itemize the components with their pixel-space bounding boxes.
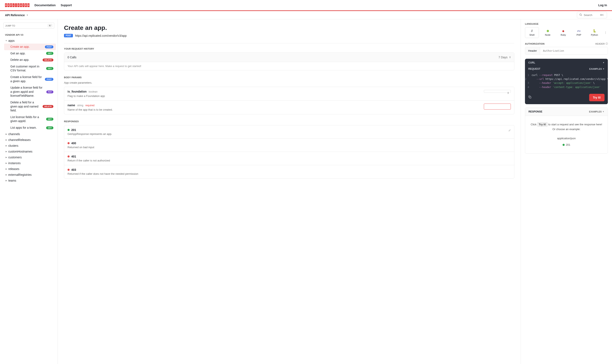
chevron-right-icon: ▶ bbox=[5, 139, 7, 141]
response-row-201[interactable]: 201 GetAppResponse represents an app. ⤢ bbox=[64, 125, 514, 139]
divider bbox=[64, 43, 514, 43]
logo[interactable]: REPLICATED bbox=[5, 3, 29, 7]
main-layout: JUMP TO ⌘/ VENDOR API V3 ▼ apps Create a… bbox=[0, 19, 612, 364]
chevron-right-icon: ▶ bbox=[5, 144, 7, 147]
sidebar-item-create-app[interactable]: Create an app. POST bbox=[4, 44, 56, 50]
curl-header[interactable]: CURL ▼ bbox=[525, 59, 608, 67]
status-dot-green bbox=[68, 129, 69, 131]
nav-support[interactable]: Support bbox=[61, 3, 72, 7]
expand-icon[interactable]: ⤢ bbox=[508, 129, 511, 132]
content-type: application/json bbox=[529, 136, 603, 141]
nav-documentation[interactable]: Documentation bbox=[34, 3, 56, 7]
updown-icon: ▲▼ bbox=[509, 56, 511, 59]
response-code-line: 201 bbox=[68, 128, 511, 131]
chevron-down-icon: ▼ bbox=[602, 111, 604, 113]
sidebar-group-channels[interactable]: ▶channels bbox=[2, 131, 57, 137]
login-button[interactable]: Log In bbox=[598, 3, 607, 7]
sidebar-item-list-license-fields[interactable]: List license fields for a given appId. G… bbox=[4, 114, 56, 125]
param-name: name bbox=[68, 104, 75, 107]
copy-icon[interactable] bbox=[528, 95, 532, 99]
svg-point-0 bbox=[580, 14, 581, 15]
search-box[interactable]: ⌘K bbox=[577, 12, 607, 18]
try-it-button[interactable]: Try It! bbox=[589, 94, 605, 101]
lang-tab-shell[interactable]: // Shell bbox=[525, 27, 539, 38]
curl-label: CURL bbox=[528, 61, 535, 64]
response-example-201[interactable]: 201 bbox=[529, 142, 603, 147]
sidebar-item-update-license-field[interactable]: Update a license field for a given appId… bbox=[4, 84, 56, 99]
param-select-is-foundation[interactable]: ▲▼ bbox=[484, 90, 511, 93]
response-code: 401 bbox=[71, 155, 76, 158]
lang-tab-php[interactable]: php PHP bbox=[572, 27, 586, 38]
try-inline-badge: Try It! bbox=[537, 122, 547, 127]
sidebar-item-list-apps[interactable]: List apps for a team. GET bbox=[4, 125, 56, 131]
sidebar-section-title: VENDOR API V3 bbox=[0, 32, 57, 38]
sidebar-item-label: Create a license field for a given app. bbox=[10, 75, 43, 83]
response-cta-pre: Click bbox=[530, 123, 537, 126]
sidebar-item-customer-report[interactable]: Get customer report in CSV format. GET bbox=[4, 63, 56, 74]
responses-heading: RESPONSES bbox=[64, 120, 514, 123]
history-days-selector[interactable]: 7 Days ▲▼ bbox=[499, 56, 511, 59]
code-text: --url https://api.replicated.com/vendor/… bbox=[529, 77, 608, 81]
sidebar-group-customhostnames[interactable]: ▶customHostnames bbox=[2, 149, 57, 154]
sidebar-item-delete-app[interactable]: Delete an app. DELETE bbox=[4, 57, 56, 63]
param-hint: Name of the app that is to be created. bbox=[68, 108, 484, 111]
method-badge: DELETE bbox=[42, 59, 53, 61]
auth-input[interactable] bbox=[540, 47, 608, 54]
sidebar-group-channelreleases[interactable]: ▶channelReleases bbox=[2, 137, 57, 143]
lang-tab-python[interactable]: 🐍 Python bbox=[588, 27, 601, 38]
chevron-right-icon: ▶ bbox=[5, 179, 7, 182]
line-number: 3 bbox=[525, 81, 532, 85]
sidebar-group-releases[interactable]: ▶releases bbox=[2, 166, 57, 172]
php-icon: php bbox=[577, 29, 581, 33]
auth-header-type: HEADER ⓘ bbox=[595, 42, 608, 45]
sidebar-item-delete-field[interactable]: Delete a field for a given app and named… bbox=[4, 99, 56, 114]
line-number: 1 bbox=[525, 73, 532, 77]
chevron-down-icon: ▼ bbox=[603, 68, 605, 70]
response-example-code-text: 201 bbox=[566, 142, 571, 147]
sidebar-group-label: customHostnames bbox=[8, 150, 32, 153]
examples-dropdown[interactable]: EXAMPLES ▼ bbox=[589, 68, 605, 70]
chevron-right-icon: ▶ bbox=[5, 173, 7, 176]
response-examples-dropdown[interactable]: EXAMPLES ▼ bbox=[589, 110, 604, 113]
sidebar-item-get-app[interactable]: Get an app. GET bbox=[4, 50, 56, 57]
sidebar-group-clusters[interactable]: ▶clusters bbox=[2, 143, 57, 149]
chevron-right-icon: ▶ bbox=[5, 162, 7, 164]
response-code-line: 401 bbox=[68, 155, 511, 158]
sidebar-group-label: channels bbox=[8, 132, 20, 136]
response-code-line: 403 bbox=[68, 168, 511, 171]
status-dot-red bbox=[68, 169, 69, 171]
response-row-401[interactable]: 401 Return if the caller is not authoriz… bbox=[64, 152, 514, 165]
history-calls: 0 Calls bbox=[68, 56, 76, 59]
sidebar-item-label: List apps for a team. bbox=[10, 126, 44, 130]
jump-to-button[interactable]: JUMP TO ⌘/ bbox=[3, 23, 54, 29]
param-hint: Flag to make a Foundation app bbox=[68, 94, 484, 98]
top-header: REPLICATED Documentation Support Log In bbox=[0, 0, 612, 10]
param-name-row: name string required bbox=[68, 104, 484, 107]
param-input-name[interactable] bbox=[484, 104, 511, 110]
sidebar-group-teams[interactable]: ▶teams bbox=[2, 178, 57, 183]
sidebar-item-label: Get an app. bbox=[10, 52, 44, 56]
top-nav: Documentation Support bbox=[34, 3, 72, 7]
sidebar: JUMP TO ⌘/ VENDOR API V3 ▼ apps Create a… bbox=[0, 19, 58, 364]
search-input[interactable] bbox=[584, 13, 598, 17]
param-left: name string required Name of the app tha… bbox=[68, 104, 484, 111]
lang-tab-ruby[interactable]: ◆ Ruby bbox=[557, 27, 570, 38]
sidebar-group-instances[interactable]: ▶instances bbox=[2, 160, 57, 166]
sidebar-group-customers[interactable]: ▶customers bbox=[2, 154, 57, 160]
info-icon[interactable]: ⓘ bbox=[606, 42, 608, 45]
lang-more-button[interactable]: ⋮ bbox=[603, 29, 608, 36]
lang-label: PHP bbox=[576, 34, 581, 36]
param-type: boolean bbox=[89, 90, 98, 93]
sidebar-item-create-license-field[interactable]: Create a license field for a given app. … bbox=[4, 74, 56, 84]
response-row-400[interactable]: 400 Returned on bad input bbox=[64, 139, 514, 152]
response-row-403[interactable]: 403 Returned if the caller does not have… bbox=[64, 165, 514, 178]
lang-tab-node[interactable]: ⬢ Node bbox=[541, 27, 555, 38]
api-reference-dropdown[interactable]: API Reference ▼ bbox=[5, 13, 28, 17]
lang-label: Ruby bbox=[561, 34, 566, 36]
sidebar-group-header-apps[interactable]: ▼ apps bbox=[2, 38, 57, 44]
language-heading: LANGUAGE bbox=[525, 23, 608, 25]
method-badge: GET bbox=[46, 126, 53, 129]
chevron-down-icon: ▼ bbox=[5, 39, 7, 42]
response-cta-line: Click Try It! to start a request and see… bbox=[529, 122, 603, 127]
sidebar-group-externalregistries[interactable]: ▶externalRegistries bbox=[2, 172, 57, 178]
